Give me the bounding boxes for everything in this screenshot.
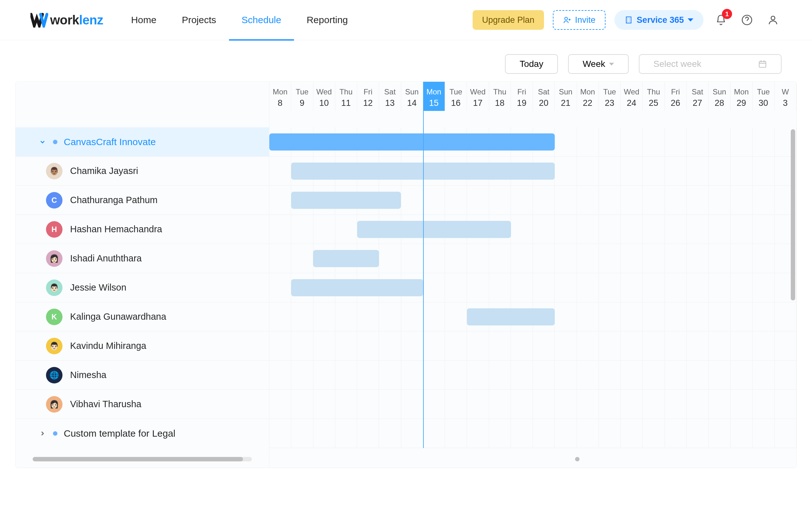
timeline-cell[interactable] [730, 273, 752, 302]
timeline-cell[interactable] [730, 302, 752, 331]
timeline-cell[interactable] [555, 157, 577, 185]
timeline-cell[interactable] [665, 390, 687, 418]
timeline-cell[interactable] [577, 331, 599, 360]
timeline-cell[interactable] [423, 419, 445, 448]
notifications-button[interactable]: 1 [712, 11, 729, 29]
timeline-cell[interactable] [467, 273, 489, 302]
timeline-cell[interactable] [379, 419, 401, 448]
timeline-cell[interactable] [291, 244, 313, 273]
invite-button[interactable]: Invite [553, 10, 606, 30]
timeline-cell[interactable] [467, 419, 489, 448]
day-column[interactable]: Wed10 [313, 82, 335, 111]
timeline-cell[interactable] [269, 215, 291, 244]
timeline-cell[interactable] [511, 331, 533, 360]
day-column[interactable]: Thu18 [489, 82, 511, 111]
timeline-cell[interactable] [555, 390, 577, 418]
timeline-cell[interactable] [599, 244, 621, 273]
member-row[interactable]: 👨🏻Jessie Wilson [15, 273, 269, 302]
timeline-cell[interactable] [665, 360, 687, 389]
member-row[interactable]: 👨🏻Kavindu Mihiranga [15, 331, 269, 360]
day-column[interactable]: Thu25 [643, 82, 664, 111]
timeline-cell[interactable] [533, 273, 555, 302]
timeline-hscroll-indicator[interactable] [575, 457, 579, 461]
nav-reporting[interactable]: Reporting [294, 0, 361, 40]
member-row[interactable]: 👩🏻Ishadi Anuththara [15, 244, 269, 273]
timeline-cell[interactable] [533, 186, 555, 215]
timeline-cell[interactable] [489, 273, 511, 302]
timeline-cell[interactable] [709, 331, 730, 360]
timeline-cell[interactable] [379, 302, 401, 331]
timeline-cell[interactable] [467, 244, 489, 273]
timeline-cell[interactable] [577, 302, 599, 331]
scroll-thumb[interactable] [33, 457, 243, 461]
timeline-cell[interactable] [379, 244, 401, 273]
upgrade-button[interactable]: Upgrade Plan [473, 10, 544, 30]
timeline-cell[interactable] [709, 157, 730, 185]
timeline-cell[interactable] [511, 215, 533, 244]
timeline-cell[interactable] [291, 215, 313, 244]
timeline-cell[interactable] [313, 215, 335, 244]
timeline-cell[interactable] [665, 331, 687, 360]
timeline-cell[interactable] [445, 273, 467, 302]
timeline-cell[interactable] [423, 360, 445, 389]
day-column[interactable]: Mon22 [577, 82, 599, 111]
timeline-cell[interactable] [643, 244, 664, 273]
timeline-cell[interactable] [533, 390, 555, 418]
timeline-cell[interactable] [621, 390, 643, 418]
timeline-cell[interactable] [379, 331, 401, 360]
timeline-cell[interactable] [621, 157, 643, 185]
timeline-cell[interactable] [577, 360, 599, 389]
timeline-cell[interactable] [335, 215, 357, 244]
timeline-cell[interactable] [335, 419, 357, 448]
timeline-cell[interactable] [599, 157, 621, 185]
timeline-cell[interactable] [269, 244, 291, 273]
timeline-cell[interactable] [599, 419, 621, 448]
timeline-cell[interactable] [730, 331, 752, 360]
timeline-cell[interactable] [401, 331, 423, 360]
timeline-cell[interactable] [467, 390, 489, 418]
timeline-cell[interactable] [643, 215, 664, 244]
timeline-cell[interactable] [555, 302, 577, 331]
day-column[interactable]: Sun14 [401, 82, 423, 111]
timeline-cell[interactable] [511, 273, 533, 302]
timeline-cell[interactable] [643, 390, 664, 418]
timeline-cell[interactable] [730, 360, 752, 389]
member-row[interactable]: HHashan Hemachandra [15, 215, 269, 244]
help-button[interactable] [739, 11, 756, 29]
timeline-cell[interactable] [445, 302, 467, 331]
timeline-cell[interactable] [423, 273, 445, 302]
member-bar[interactable] [291, 192, 401, 209]
day-column[interactable]: Sat27 [687, 82, 709, 111]
timeline-cell[interactable] [489, 390, 511, 418]
timeline-cell[interactable] [753, 331, 774, 360]
timeline-cell[interactable] [445, 390, 467, 418]
timeline-cell[interactable] [709, 127, 730, 156]
timeline-cell[interactable] [709, 215, 730, 244]
timeline-cell[interactable] [687, 244, 709, 273]
timeline-cell[interactable] [467, 360, 489, 389]
timeline-cell[interactable] [709, 244, 730, 273]
day-column[interactable]: Fri12 [357, 82, 379, 111]
timeline-cell[interactable] [291, 390, 313, 418]
timeline-cell[interactable] [489, 360, 511, 389]
timeline-cell[interactable] [687, 215, 709, 244]
timeline-cell[interactable] [709, 360, 730, 389]
timeline-cell[interactable] [445, 419, 467, 448]
timeline-cell[interactable] [269, 331, 291, 360]
timeline-cell[interactable] [687, 273, 709, 302]
timeline-cell[interactable] [687, 331, 709, 360]
member-bar[interactable] [291, 279, 423, 296]
timeline-cell[interactable] [489, 244, 511, 273]
timeline-cell[interactable] [401, 419, 423, 448]
day-column[interactable]: Wed24 [621, 82, 643, 111]
timeline-cell[interactable] [335, 331, 357, 360]
timeline-cell[interactable] [753, 244, 774, 273]
timeline-cell[interactable] [709, 273, 730, 302]
timeline-cell[interactable] [291, 331, 313, 360]
timeline-cell[interactable] [533, 215, 555, 244]
timeline-cell[interactable] [665, 302, 687, 331]
timeline-cell[interactable] [665, 186, 687, 215]
timeline-cell[interactable] [445, 244, 467, 273]
timeline-cell[interactable] [621, 244, 643, 273]
day-column[interactable]: Fri19 [511, 82, 533, 111]
